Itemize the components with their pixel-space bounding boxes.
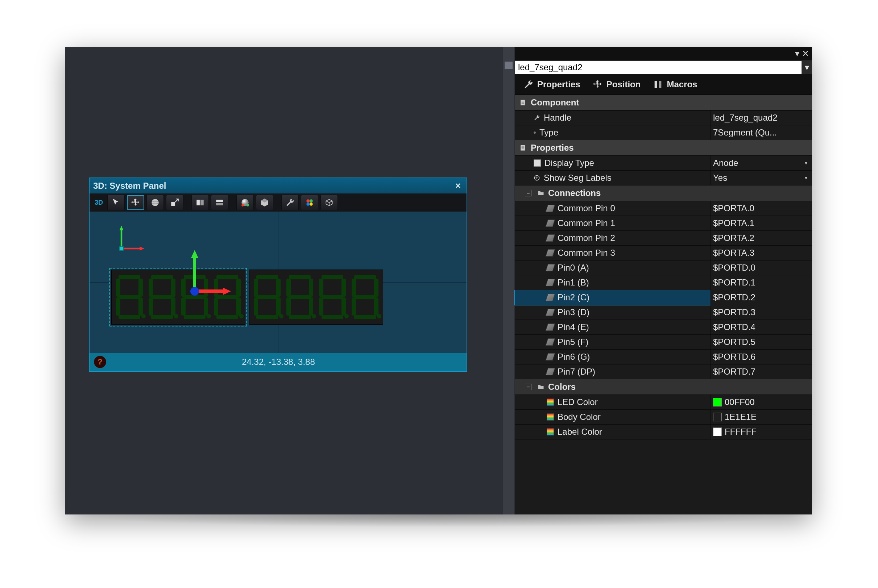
tab-position[interactable]: Position	[590, 78, 644, 91]
connection-label: Pin0 (A)	[558, 262, 589, 273]
mode-3d-label[interactable]: 3D	[92, 199, 105, 207]
connection-row-label[interactable]: Pin1 (B)	[515, 275, 711, 290]
color-hex: 00FF00	[725, 397, 755, 407]
group-label: Connections	[548, 188, 601, 198]
chevron-down-icon[interactable]: ▾	[802, 174, 810, 182]
tab-label: Macros	[667, 80, 697, 90]
solid-button[interactable]	[256, 195, 273, 210]
shade-icon	[241, 198, 250, 207]
connection-row-value[interactable]: $PORTD.4	[711, 320, 812, 335]
connection-label: Common Pin 1	[558, 218, 615, 228]
color-swatch[interactable]	[713, 428, 722, 436]
digit	[349, 273, 380, 321]
connection-row-label[interactable]: Pin2 (C)	[515, 290, 711, 305]
prop-show-seg-label[interactable]: Show Seg Labels	[515, 171, 711, 186]
tool-rotate-button[interactable]	[146, 195, 164, 210]
help-icon[interactable]: ?	[94, 356, 106, 368]
connection-row-label[interactable]: Pin5 (F)	[515, 335, 711, 350]
prop-display-type-value[interactable]: Anode ▾	[711, 156, 812, 171]
properties-panel: ▾ ✕ led_7seg_quad2 ▾ Properties Position…	[515, 47, 812, 514]
group-properties[interactable]: Properties	[515, 140, 812, 156]
svg-rect-4	[200, 200, 204, 205]
center-scrollbar[interactable]	[503, 47, 514, 514]
pin-icon	[546, 338, 555, 346]
svg-point-0	[152, 199, 159, 206]
panel-tab-header[interactable]: ▾ ✕	[515, 47, 812, 60]
color-row-value[interactable]: 00FF00	[711, 395, 812, 410]
connection-row-value[interactable]: $PORTA.1	[711, 216, 812, 231]
tool-scale-button[interactable]	[166, 195, 183, 210]
led-assembly[interactable]	[111, 270, 383, 325]
bounds-button[interactable]	[320, 195, 338, 210]
shade-button[interactable]	[236, 195, 254, 210]
color-gradient-icon	[547, 399, 554, 406]
pin-icon	[546, 294, 555, 301]
pin-icon	[546, 219, 555, 227]
tool-select-button[interactable]	[107, 195, 125, 210]
layout-a-button[interactable]	[191, 195, 209, 210]
connection-row-label[interactable]: Common Pin 2	[515, 231, 711, 246]
color-row-value[interactable]: 1E1E1E	[711, 410, 812, 424]
color-row-label[interactable]: Label Color	[515, 424, 711, 440]
color-gradient-icon	[547, 428, 554, 435]
connection-row-value[interactable]: $PORTD.1	[711, 275, 812, 290]
panel-3d-titlebar[interactable]: 3D: System Panel ✕	[90, 178, 466, 194]
digit	[252, 273, 283, 321]
close-icon[interactable]: ✕	[453, 181, 463, 191]
color-row-value[interactable]: FFFFFF	[711, 424, 812, 440]
connection-row-value[interactable]: $PORTD.5	[711, 335, 812, 350]
color-row-label[interactable]: Body Color	[515, 410, 711, 424]
viewport-3d[interactable]	[90, 212, 466, 353]
color-swatch[interactable]	[713, 412, 722, 422]
scroll-thumb[interactable]	[505, 62, 513, 69]
tab-label: Properties	[537, 80, 580, 90]
connection-row-value[interactable]: $PORTD.3	[711, 305, 812, 320]
connection-row-label[interactable]: Common Pin 0	[515, 201, 711, 216]
connection-label: Common Pin 0	[558, 203, 615, 213]
color-swatch[interactable]	[713, 398, 722, 406]
connection-row-label[interactable]: Pin3 (D)	[515, 305, 711, 320]
group-connections[interactable]: − Connections	[515, 186, 812, 201]
collapse-icon[interactable]: −	[525, 190, 531, 196]
prop-display-type-label[interactable]: Display Type	[515, 156, 711, 171]
prop-show-seg-value[interactable]: Yes ▾	[711, 171, 812, 186]
tab-properties[interactable]: Properties	[520, 78, 583, 91]
connection-row-value[interactable]: $PORTA.2	[711, 231, 812, 246]
connection-row-value[interactable]: $PORTA.0	[711, 201, 812, 216]
prop-handle-value[interactable]: led_7seg_quad2	[711, 111, 812, 125]
connection-row-label[interactable]: Common Pin 3	[515, 246, 711, 261]
group-colors[interactable]: − Colors	[515, 380, 812, 395]
color-row-label[interactable]: LED Color	[515, 395, 711, 410]
cursor-icon	[111, 198, 121, 207]
connection-label: Common Pin 3	[558, 248, 615, 258]
origin-gizmo	[115, 222, 147, 255]
prop-type-label[interactable]: Type	[515, 125, 711, 140]
chevron-down-icon[interactable]: ▾	[802, 159, 810, 167]
connection-row-value[interactable]: $PORTD.2	[711, 290, 812, 305]
collapse-icon[interactable]: −	[525, 384, 531, 390]
appearance-button[interactable]	[301, 195, 318, 210]
chevron-down-icon[interactable]: ▾ ✕	[795, 48, 809, 59]
connection-row-label[interactable]: Pin7 (DP)	[515, 364, 711, 380]
led-quad-1[interactable]	[111, 270, 245, 325]
selector-dropdown-button[interactable]: ▾	[802, 60, 812, 74]
connection-row-value[interactable]: $PORTD.6	[711, 350, 812, 364]
prop-handle-label[interactable]: Handle	[515, 111, 711, 125]
component-selector[interactable]: led_7seg_quad2	[515, 60, 802, 74]
layout-b-button[interactable]	[211, 195, 229, 210]
svg-marker-15	[120, 226, 123, 230]
connection-row-label[interactable]: Pin6 (G)	[515, 350, 711, 364]
connection-row-value[interactable]: $PORTA.3	[711, 246, 812, 261]
connection-row-label[interactable]: Pin4 (E)	[515, 320, 711, 335]
group-component[interactable]: Component	[515, 95, 812, 111]
wrench-icon	[534, 114, 540, 121]
tool-move-button[interactable]	[127, 195, 144, 210]
svg-point-8	[241, 204, 244, 207]
connection-row-label[interactable]: Pin0 (A)	[515, 261, 711, 275]
connection-row-value[interactable]: $PORTD.0	[711, 261, 812, 275]
connection-row-label[interactable]: Common Pin 1	[515, 216, 711, 231]
tab-macros[interactable]: Macros	[650, 78, 700, 91]
options-button[interactable]	[281, 195, 299, 210]
connection-row-value[interactable]: $PORTD.7	[711, 364, 812, 380]
led-quad-2[interactable]	[249, 270, 383, 325]
